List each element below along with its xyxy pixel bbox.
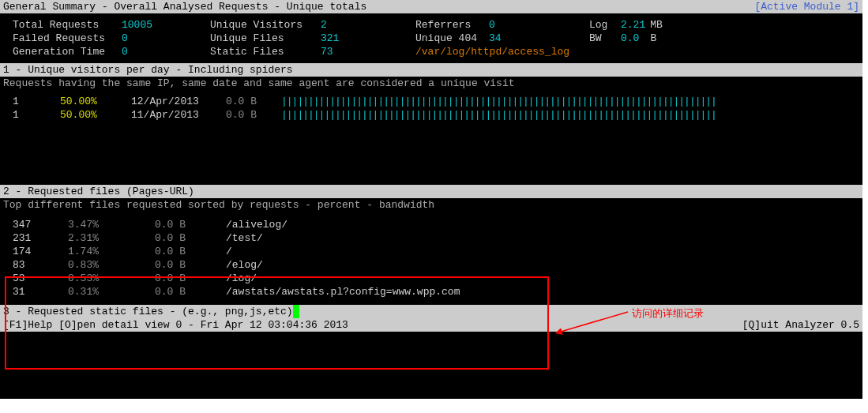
file-bandwidth: 0.0 B [155, 285, 226, 298]
referrers-label: Referrers [415, 18, 483, 32]
file-row[interactable]: 1741.74%0.0 B/ [0, 245, 862, 258]
unique-visitors-label: Unique Visitors [210, 18, 314, 32]
static-files-label: Static Files [210, 45, 314, 58]
file-path: /awstats/awstats.pl?config=www.wpp.com [226, 285, 460, 298]
row-bar: ||||||||||||||||||||||||||||||||||||||||… [281, 95, 716, 108]
log-value: 2.21 [621, 18, 645, 32]
unique-files-value: 321 [321, 32, 339, 45]
row-bandwidth: 0.0 B [226, 108, 281, 122]
referrers-value: 0 [489, 18, 495, 32]
stats-row-1: Total Requests 10005 Unique Visitors 2 R… [0, 18, 862, 32]
annotation-text: 访问的详细记录 [632, 306, 704, 321]
status-bar: [F1]Help [O]pen detail view 0 - Fri Apr … [0, 318, 862, 332]
section-3-header[interactable]: 3 - Requested static files - (e.g., png,… [0, 305, 862, 318]
row-percent: 50.00% [60, 108, 131, 122]
unique-visitors-value: 2 [321, 18, 327, 32]
stats-row-3: Generation Time 0 Static Files 73 /var/l… [0, 45, 862, 58]
file-bandwidth: 0.0 B [155, 218, 226, 231]
bw-label: BW [589, 32, 614, 45]
file-percent: 1.74% [68, 245, 155, 258]
file-path: /alivelog/ [226, 218, 287, 231]
row-bandwidth: 0.0 B [226, 95, 281, 108]
file-path: / [226, 245, 232, 258]
visitor-row[interactable]: 150.00%12/Apr/20130.0 B|||||||||||||||||… [0, 95, 862, 108]
log-unit: MB [650, 18, 663, 32]
row-count: 1 [13, 95, 60, 108]
section-2-title: 2 - Requested files (Pages-URL) [3, 185, 194, 198]
file-percent: 0.83% [68, 258, 155, 272]
failed-value: 0 [122, 32, 128, 45]
file-path: /elog/ [226, 258, 263, 272]
file-percent: 0.53% [68, 272, 155, 285]
row-bar: ||||||||||||||||||||||||||||||||||||||||… [281, 108, 716, 122]
file-row[interactable]: 530.53%0.0 B/log/ [0, 272, 862, 285]
cursor [293, 305, 299, 318]
unique-files-label: Unique Files [210, 32, 314, 45]
header-bar: General Summary - Overall Analysed Reque… [0, 0, 862, 13]
stats-row-2: Failed Requests 0 Unique Files 321 Uniqu… [0, 32, 862, 45]
file-bandwidth: 0.0 B [155, 231, 226, 245]
bw-value: 0.0 [621, 32, 639, 45]
file-count: 347 [13, 218, 68, 231]
file-row[interactable]: 3473.47%0.0 B/alivelog/ [0, 218, 862, 231]
file-count: 53 [13, 272, 68, 285]
total-requests-label: Total Requests [13, 18, 115, 32]
visitor-row[interactable]: 150.00%11/Apr/20130.0 B|||||||||||||||||… [0, 108, 862, 122]
file-percent: 0.31% [68, 285, 155, 298]
file-count: 174 [13, 245, 68, 258]
file-percent: 3.47% [68, 218, 155, 231]
row-date: 12/Apr/2013 [131, 95, 226, 108]
status-right: [Q]uit Analyzer 0.5 [742, 318, 859, 332]
total-requests-value: 10005 [122, 18, 152, 32]
section-2-header[interactable]: 2 - Requested files (Pages-URL) [0, 185, 862, 198]
row-percent: 50.00% [60, 95, 131, 108]
static-files-value: 73 [321, 45, 333, 58]
unique-404-label: Unique 404 [415, 32, 483, 45]
file-bandwidth: 0.0 B [155, 272, 226, 285]
row-count: 1 [13, 108, 60, 122]
bw-unit: B [650, 32, 656, 45]
file-bandwidth: 0.0 B [155, 245, 226, 258]
log-path: /var/log/httpd/access_log [415, 45, 569, 58]
row-date: 11/Apr/2013 [131, 108, 226, 122]
section-3-title: 3 - Requested static files - (e.g., png,… [3, 305, 293, 318]
unique-404-value: 34 [489, 32, 502, 45]
status-left: [F1]Help [O]pen detail view 0 - Fri Apr … [3, 318, 348, 332]
file-row[interactable]: 2312.31%0.0 B/test/ [0, 231, 862, 245]
file-path: /test/ [226, 231, 263, 245]
file-count: 31 [13, 285, 68, 298]
gen-value: 0 [122, 45, 128, 58]
file-bandwidth: 0.0 B [155, 258, 226, 272]
file-percent: 2.31% [68, 231, 155, 245]
active-module: [Active Module 1] [754, 0, 859, 13]
log-label: Log [589, 18, 614, 32]
file-count: 83 [13, 258, 68, 272]
section-2-subtitle: Top different files requested sorted by … [0, 198, 862, 212]
file-count: 231 [13, 231, 68, 245]
section-1-title: 1 - Unique visitors per day - Including … [3, 63, 293, 77]
section-1-header[interactable]: 1 - Unique visitors per day - Including … [0, 63, 862, 77]
terminal-window: General Summary - Overall Analysed Reque… [0, 0, 862, 399]
file-row[interactable]: 310.31%0.0 B/awstats/awstats.pl?config=w… [0, 285, 862, 298]
gen-label: Generation Time [13, 45, 115, 58]
header-title: General Summary - Overall Analysed Reque… [3, 0, 366, 13]
file-row[interactable]: 830.83%0.0 B/elog/ [0, 258, 862, 272]
section-1-subtitle: Requests having the same IP, same date a… [0, 77, 862, 90]
failed-label: Failed Requests [13, 32, 115, 45]
file-path: /log/ [226, 272, 257, 285]
